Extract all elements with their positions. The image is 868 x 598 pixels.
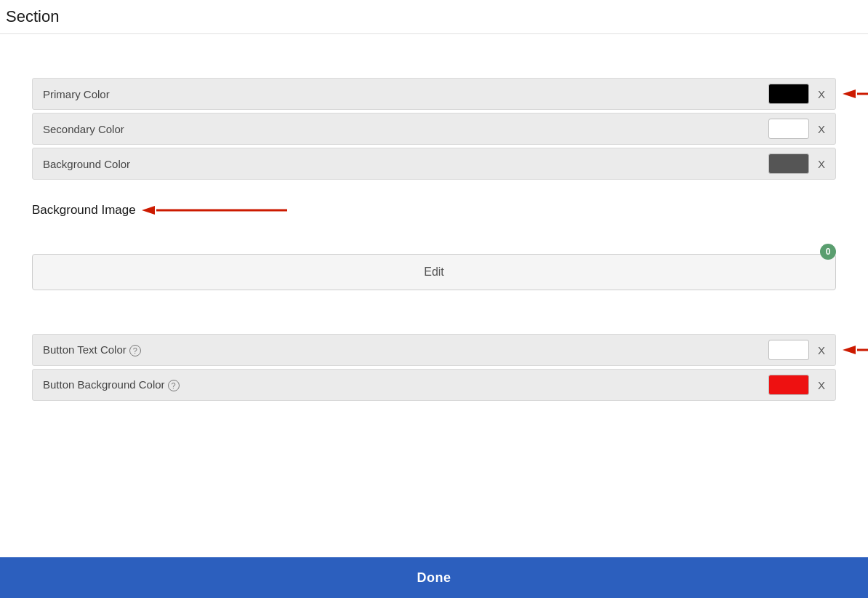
svg-marker-3 xyxy=(142,206,155,215)
button-text-color-help-icon[interactable]: ? xyxy=(129,345,141,356)
primary-color-row: Primary Color X xyxy=(32,78,836,110)
button-background-color-clear[interactable]: X xyxy=(815,378,828,393)
color-rows-block: Primary Color X Secondary Color X Backgr… xyxy=(32,78,836,180)
page-title: Section xyxy=(6,7,59,25)
background-image-section: Background Image xyxy=(32,203,836,218)
done-button[interactable]: Done xyxy=(0,557,868,598)
primary-color-arrow xyxy=(843,87,868,101)
background-color-swatch[interactable] xyxy=(768,154,809,174)
button-bg-color-help-icon[interactable]: ? xyxy=(168,380,180,391)
button-text-color-row: Button Text Color? X xyxy=(32,334,836,366)
button-text-color-clear[interactable]: X xyxy=(815,343,828,358)
button-text-color-arrow xyxy=(843,343,868,357)
button-background-color-swatch[interactable] xyxy=(768,375,809,395)
button-background-color-row: Button Background Color? X xyxy=(32,369,836,401)
background-image-label: Background Image xyxy=(32,203,136,218)
button-text-color-swatch[interactable] xyxy=(768,340,809,360)
background-color-clear[interactable]: X xyxy=(815,156,828,172)
edit-badge: 0 xyxy=(820,244,836,260)
svg-marker-5 xyxy=(843,346,856,354)
page-header: Section xyxy=(0,0,868,34)
secondary-color-swatch[interactable] xyxy=(768,119,809,139)
svg-marker-1 xyxy=(843,89,856,98)
primary-color-clear[interactable]: X xyxy=(815,87,828,102)
primary-color-swatch[interactable] xyxy=(768,84,809,104)
edit-area: 0 Edit xyxy=(32,254,836,290)
secondary-color-clear[interactable]: X xyxy=(815,121,828,137)
button-background-color-label: Button Background Color? xyxy=(43,378,768,391)
main-content: Primary Color X Secondary Color X Backgr… xyxy=(0,78,868,401)
edit-button[interactable]: Edit xyxy=(32,254,836,290)
secondary-color-label: Secondary Color xyxy=(43,123,768,135)
background-color-row: Background Color X xyxy=(32,148,836,180)
background-color-label: Background Color xyxy=(43,158,768,170)
background-image-arrow xyxy=(142,203,287,218)
primary-color-label: Primary Color xyxy=(43,88,768,100)
secondary-color-row: Secondary Color X xyxy=(32,113,836,145)
button-text-color-label: Button Text Color? xyxy=(43,343,768,356)
button-color-rows: Button Text Color? X Button Background C… xyxy=(32,334,836,401)
